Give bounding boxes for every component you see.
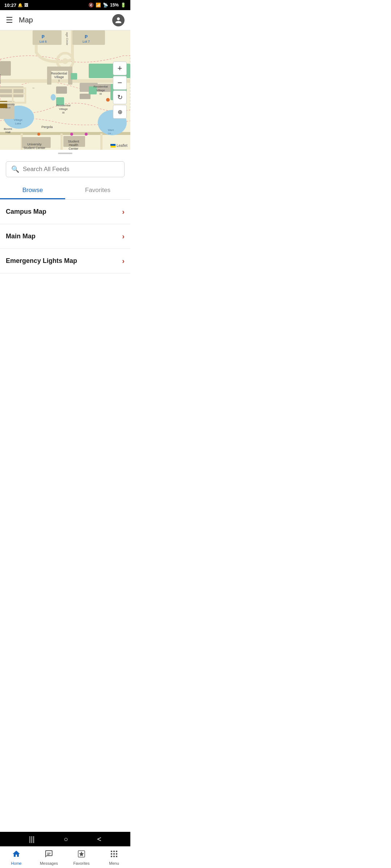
svg-text:Police: Police [4,106,10,109]
svg-point-19 [51,94,56,101]
svg-rect-10 [80,94,91,99]
browse-label: Browse [22,187,43,193]
svg-text:Village: Village [54,75,64,79]
svg-point-30 [85,133,88,136]
map-svg: ↑ P Lot 6 P Lot 7 age Circle Residential… [0,30,130,150]
avatar[interactable] [112,14,125,26]
reset-button[interactable]: ↻ [113,90,127,104]
signal-icon: 📡 [103,3,108,8]
svg-text:Warri: Warri [108,129,114,131]
svg-text:age Circle: age Circle [66,32,69,46]
notification-icon: 🔔 [18,3,23,8]
svg-point-2 [62,58,68,64]
status-bar: 10:27 🔔 🖼 🔇 📶 📡 15% 🔋 [0,0,130,10]
ukraine-flag-icon [110,144,115,148]
svg-text:P: P [42,34,45,39]
drag-handle[interactable] [0,150,130,157]
leaflet-label: Leaflet [117,144,127,148]
time-display: 10:27 [4,3,16,8]
favorites-label: Favorites [85,187,110,193]
svg-text:University: University [4,103,15,106]
svg-rect-8 [56,86,67,94]
page-title: Map [19,16,112,24]
chevron-right-icon: › [122,232,125,241]
svg-rect-12 [71,73,77,80]
svg-point-20 [106,98,110,102]
svg-text:La...: La... [108,132,113,135]
zoom-out-button[interactable]: − [113,76,127,90]
svg-text:University: University [27,142,42,146]
tab-browse[interactable]: Browse [0,182,65,199]
menu-icon[interactable]: ☰ [6,16,13,24]
map-controls: + − ↻ ⊕ [113,61,127,119]
svg-text:Bizzini: Bizzini [4,127,12,131]
campus-map-label: Campus Map [6,208,46,216]
chevron-right-icon: › [122,208,125,216]
list-item-campus-map[interactable]: Campus Map › [0,200,130,224]
chevron-right-icon: › [122,257,125,265]
tab-favorites[interactable]: Favorites [65,182,130,199]
app-header: ☰ Map [0,10,130,30]
drag-handle-bar [58,153,72,154]
svg-text:Lake: Lake [15,122,21,125]
svg-text:Health: Health [69,143,78,147]
search-input[interactable] [23,166,119,173]
content-area: ↑ P Lot 6 P Lot 7 age Circle Residential… [0,30,130,295]
svg-text:Village: Village [96,89,105,92]
status-indicators: 🔇 📶 📡 15% 🔋 [88,3,126,8]
svg-text:Student: Student [68,140,79,143]
search-box[interactable]: 🔍 [6,161,125,177]
svg-text:Village: Village [59,107,68,111]
svg-point-29 [70,133,73,136]
svg-text:Lot 6: Lot 6 [39,40,47,43]
svg-rect-23 [0,61,11,76]
svg-text:Residential: Residential [56,104,71,107]
zoom-in-button[interactable]: + [113,61,127,75]
svg-text:Student Center: Student Center [24,146,46,150]
svg-text:Pergola: Pergola [41,125,52,129]
main-map-label: Main Map [6,233,35,240]
status-time: 10:27 🔔 🖼 [4,3,28,8]
photo-icon: 🖼 [24,3,28,7]
svg-text:Lot 7: Lot 7 [83,40,90,43]
tabs-container: Browse Favorites [0,182,130,200]
svg-rect-3 [33,30,62,45]
list-item-main-map[interactable]: Main Map › [0,224,130,249]
svg-text:III: III [100,92,102,95]
list-item-emergency-lights[interactable]: Emergency Lights Map › [0,249,130,273]
svg-text:Merced: Merced [0,74,1,84]
svg-rect-6 [47,67,51,85]
svg-text:Residential: Residential [93,85,108,88]
search-container: 🔍 [0,157,130,182]
leaflet-credit: Leaflet [110,144,127,148]
svg-text:↑: ↑ [31,87,35,89]
svg-text:P: P [85,34,88,39]
svg-text:Center: Center [68,147,78,150]
svg-text:III: III [62,111,65,114]
svg-text:Residential: Residential [51,72,67,75]
svg-point-28 [37,133,40,136]
locate-button[interactable]: ⊕ [113,105,127,119]
mute-icon: 🔇 [88,3,94,8]
svg-text:Village: Village [14,118,22,122]
svg-text:I: I [59,79,60,82]
emergency-lights-label: Emergency Lights Map [6,257,77,265]
battery-icon: 🔋 [121,3,126,8]
svg-text:Hall: Hall [5,131,10,134]
battery-indicator: 15% [110,3,119,8]
map-container[interactable]: ↑ P Lot 6 P Lot 7 age Circle Residential… [0,30,130,150]
wifi-icon: 📶 [96,3,101,8]
search-icon: 🔍 [11,165,19,173]
